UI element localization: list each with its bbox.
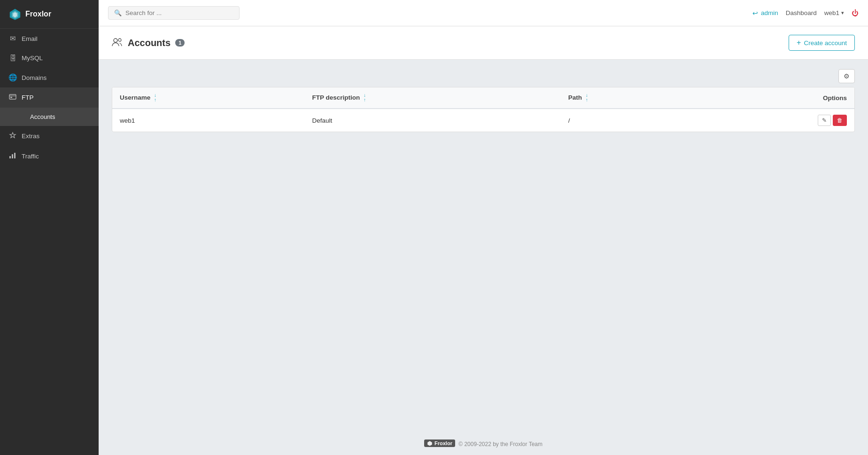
power-icon[interactable]: ⏻	[852, 9, 859, 17]
page-title-area: Accounts 1	[112, 37, 185, 49]
domains-icon: 🌐	[8, 73, 17, 82]
svg-marker-10	[427, 441, 432, 446]
froxlor-logo-icon	[8, 8, 22, 21]
edit-icon: ✎	[822, 117, 827, 124]
create-account-button[interactable]: + Create account	[789, 35, 855, 51]
web1-dropdown[interactable]: web1 ▾	[824, 9, 844, 16]
mysql-icon: 🗄	[8, 54, 17, 62]
sidebar-logo-text: Froxlor	[25, 10, 51, 18]
traffic-icon	[8, 152, 17, 161]
table-body: web1 Default / ✎ 🗑	[112, 109, 854, 132]
svg-point-9	[118, 39, 121, 41]
sidebar-item-label: Accounts	[30, 113, 55, 120]
trash-icon: 🗑	[837, 117, 843, 124]
table-header-row: Username ↓ ↑ FTP description ↓	[112, 87, 854, 109]
svg-rect-3	[9, 94, 16, 99]
sidebar: Froxlor ✉ Email 🗄 MySQL 🌐 Domains FTP Ac…	[0, 0, 99, 455]
table-row: web1 Default / ✎ 🗑	[112, 109, 854, 132]
sidebar-item-ftp[interactable]: FTP	[0, 87, 99, 108]
delete-button[interactable]: 🗑	[833, 115, 847, 126]
sidebar-item-domains[interactable]: 🌐 Domains	[0, 68, 99, 87]
svg-rect-7	[14, 153, 16, 158]
col-ftpdesc: FTP description ↓ ↑	[305, 87, 561, 109]
path-sort-icons: ↓ ↑	[586, 93, 588, 102]
cell-username: web1	[112, 109, 305, 132]
admin-label: admin	[761, 9, 778, 16]
username-sort-desc[interactable]: ↑	[154, 98, 156, 102]
col-options: Options	[690, 87, 854, 109]
col-username: Username ↓ ↑	[112, 87, 305, 109]
sidebar-item-mysql[interactable]: 🗄 MySQL	[0, 48, 99, 68]
cell-options: ✎ 🗑	[690, 109, 854, 132]
extras-icon	[8, 132, 17, 141]
sidebar-item-label: Domains	[22, 74, 46, 81]
edit-button[interactable]: ✎	[818, 115, 831, 126]
gear-icon: ⚙	[844, 72, 850, 80]
sidebar-item-label: Extras	[22, 133, 39, 140]
topbar: 🔍 ↩ admin Dashboard web1 ▾ ⏻	[99, 0, 868, 26]
page-header: Accounts 1 + Create account	[99, 26, 868, 60]
search-wrapper[interactable]: 🔍	[108, 6, 240, 20]
sidebar-item-accounts[interactable]: Accounts	[0, 108, 99, 126]
plus-icon: +	[797, 39, 801, 47]
table-area: ⚙ Username ↓ ↑	[99, 60, 868, 432]
col-path: Path ↓ ↑	[561, 87, 690, 109]
email-icon: ✉	[8, 34, 17, 43]
main-area: 🔍 ↩ admin Dashboard web1 ▾ ⏻	[99, 0, 868, 455]
chevron-down-icon: ▾	[841, 10, 844, 16]
sidebar-item-extras[interactable]: Extras	[0, 126, 99, 146]
svg-point-8	[114, 39, 117, 42]
create-account-label: Create account	[804, 39, 847, 47]
accounts-page-icon	[112, 37, 123, 49]
sidebar-item-label: Traffic	[22, 153, 39, 160]
content-area: Accounts 1 + Create account ⚙	[99, 26, 868, 455]
accounts-table: Username ↓ ↑ FTP description ↓	[112, 87, 854, 132]
search-input[interactable]	[125, 9, 233, 16]
ftpdesc-sort-desc[interactable]: ↑	[364, 98, 366, 102]
footer-brand: Froxlor	[424, 439, 455, 447]
page-title: Accounts	[128, 38, 170, 48]
search-icon: 🔍	[114, 9, 122, 16]
admin-arrow-icon: ↩	[752, 9, 758, 17]
dashboard-link[interactable]: Dashboard	[786, 9, 817, 16]
web1-label: web1	[824, 9, 839, 16]
svg-rect-4	[10, 97, 12, 98]
sidebar-item-label: MySQL	[22, 55, 43, 62]
options-cell: ✎ 🗑	[698, 115, 847, 126]
sidebar-item-email[interactable]: ✉ Email	[0, 29, 99, 48]
admin-link[interactable]: ↩ admin	[752, 9, 778, 17]
cell-ftpdesc: Default	[305, 109, 561, 132]
footer: Froxlor © 2009-2022 by the Froxlor Team	[99, 432, 868, 455]
footer-logo-icon	[427, 440, 433, 446]
sidebar-item-label: Email	[22, 35, 38, 42]
ftp-icon	[8, 93, 17, 102]
sidebar-item-traffic[interactable]: Traffic	[0, 146, 99, 166]
table-container: Username ↓ ↑ FTP description ↓	[112, 87, 855, 132]
table-toolbar: ⚙	[112, 69, 855, 83]
sidebar-logo[interactable]: Froxlor	[0, 0, 99, 29]
accounts-badge: 1	[175, 39, 185, 47]
sidebar-item-label: FTP	[22, 94, 34, 101]
username-sort-icons: ↓ ↑	[154, 93, 156, 102]
gear-settings-button[interactable]: ⚙	[838, 69, 855, 83]
footer-text: © 2009-2022 by the Froxlor Team	[458, 441, 542, 447]
topbar-right: ↩ admin Dashboard web1 ▾ ⏻	[752, 9, 859, 17]
svg-rect-6	[12, 154, 13, 158]
path-sort-desc[interactable]: ↑	[586, 98, 588, 102]
ftpdesc-sort-icons: ↓ ↑	[364, 93, 366, 102]
cell-path: /	[561, 109, 690, 132]
svg-rect-5	[9, 156, 11, 158]
